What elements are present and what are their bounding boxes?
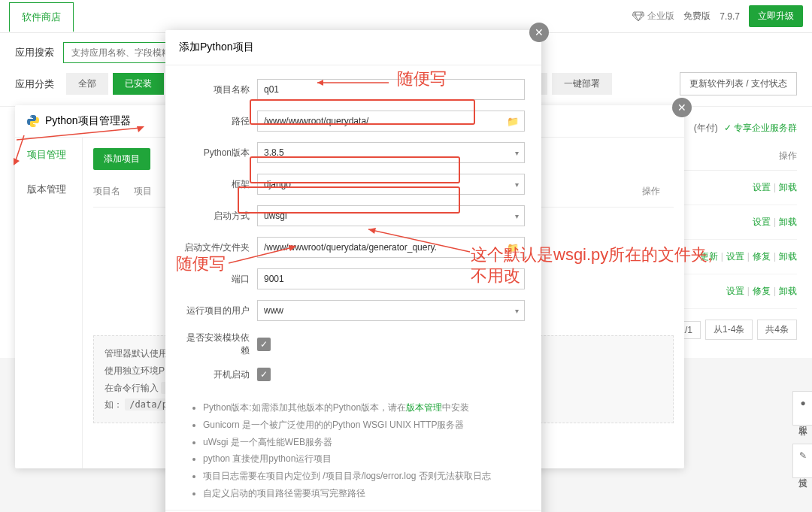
row-path: 路径 📁: [182, 111, 525, 132]
yearly-label: (年付): [694, 122, 718, 135]
label-port: 端口: [182, 273, 257, 286]
row-framework: 框架 django ▾: [182, 174, 525, 195]
label-path: 路径: [182, 115, 257, 128]
col-op: 操作: [677, 150, 797, 162]
update-list-button[interactable]: 更新软件列表 / 支付状态: [680, 72, 797, 95]
side-customer-tab[interactable]: ● 客服: [792, 391, 812, 426]
panel-sidebar: 项目管理 版本管理: [15, 138, 83, 468]
modal-notes: Python版本:如需添加其他版本的Python版本，请在版本管理中安装 Gun…: [165, 399, 541, 510]
add-project-button[interactable]: 添加项目: [93, 148, 150, 170]
add-python-project-modal: ✕ 添加Python项目 项目名称 路径 📁 Python版本 3.8.5 ▾ …: [165, 30, 541, 512]
row-actions[interactable]: 设置|卸载: [753, 216, 797, 229]
note-item: Gunicorn 是一个被广泛使用的的Python WSGI UNIX HTTP…: [203, 417, 525, 434]
run-user-select[interactable]: www: [257, 300, 525, 321]
enterprise-service-check[interactable]: ✓ 专享企业服务群: [724, 122, 797, 135]
category-all[interactable]: 全部: [66, 73, 108, 95]
page-total: 共4条: [757, 320, 797, 340]
modal-title: 添加Python项目: [165, 30, 541, 65]
note-item: 项目日志需要在项目内定位到 /项目目录/logs/error.log 否则无法获…: [203, 468, 525, 485]
category-oneclick[interactable]: 一键部署: [552, 73, 612, 95]
ph-op: 操作: [642, 185, 674, 198]
ph-name: 项目名: [93, 185, 134, 198]
framework-select[interactable]: django: [257, 174, 525, 195]
start-file-input[interactable]: [257, 237, 525, 258]
note-item: Python版本:如需添加其他版本的Python版本，请在版本管理中安装: [203, 399, 525, 417]
autostart-checkbox[interactable]: ✓: [257, 368, 271, 381]
side-feedback-tab[interactable]: ✎ 反馈: [792, 444, 812, 478]
store-tab[interactable]: 软件商店: [9, 2, 74, 32]
row-autostart: 开机启动 ✓: [182, 368, 525, 381]
python-icon: [27, 115, 39, 127]
enterprise-label: 企业版: [647, 10, 674, 23]
note-item: 自定义启动的项目路径需要填写完整路径: [203, 485, 525, 502]
modal-body: 项目名称 路径 📁 Python版本 3.8.5 ▾ 框架 django ▾: [165, 65, 541, 399]
path-input[interactable]: [257, 111, 525, 132]
row-actions[interactable]: 设置|修复|卸载: [726, 285, 797, 298]
py-version-select[interactable]: 3.8.5: [257, 142, 525, 163]
close-icon[interactable]: ✕: [529, 23, 549, 42]
row-start-file: 启动文件/文件夹 📁: [182, 237, 525, 258]
note-item: uWsgi 是一个高性能WEB服务器: [203, 434, 525, 451]
row-port: 端口: [182, 268, 525, 289]
row-install-deps: 是否安装模块依赖 ✓: [182, 332, 525, 357]
panel-title-text: Python项目管理器: [45, 114, 131, 128]
row-actions[interactable]: 更新|设置|修复|卸载: [700, 250, 797, 263]
start-mode-select[interactable]: uwsgi: [257, 205, 525, 226]
upgrade-button[interactable]: 立即升级: [749, 5, 803, 27]
label-autostart: 开机启动: [182, 368, 257, 381]
sidebar-item-project-mgmt[interactable]: 项目管理: [15, 138, 82, 172]
version-number: 7.9.7: [720, 11, 740, 22]
header-right: 企业版 免费版 7.9.7 立即升级: [632, 5, 803, 27]
close-icon[interactable]: ✕: [672, 98, 692, 117]
sidebar-item-version-mgmt[interactable]: 版本管理: [15, 172, 82, 207]
page-range: 从1-4条: [705, 320, 753, 340]
label-start-mode: 启动方式: [182, 210, 257, 223]
project-name-input[interactable]: [257, 79, 525, 100]
free-version-label: 免费版: [683, 10, 710, 23]
category-installed[interactable]: 已安装: [113, 73, 164, 95]
row-project-name: 项目名称: [182, 79, 525, 100]
enterprise-badge[interactable]: 企业版: [632, 10, 674, 23]
search-label: 应用搜索: [15, 46, 54, 59]
version-mgmt-link[interactable]: 版本管理: [406, 402, 442, 413]
label-run-user: 运行项目的用户: [182, 304, 257, 317]
label-start-file: 启动文件/文件夹: [182, 241, 257, 254]
port-input[interactable]: [257, 268, 525, 289]
category-label: 应用分类: [15, 77, 54, 91]
label-framework: 框架: [182, 178, 257, 191]
install-deps-checkbox[interactable]: ✓: [257, 338, 271, 351]
row-actions[interactable]: 设置|卸载: [753, 181, 797, 194]
row-start-mode: 启动方式 uwsgi ▾: [182, 205, 525, 226]
top-header: 软件商店 企业版 免费版 7.9.7 立即升级: [0, 0, 812, 33]
label-project-name: 项目名称: [182, 83, 257, 96]
row-py-version: Python版本 3.8.5 ▾: [182, 142, 525, 163]
diamond-icon: [632, 11, 644, 22]
note-item: python 直接使用python运行项目: [203, 450, 525, 468]
label-py-version: Python版本: [182, 147, 257, 159]
label-install-deps: 是否安装模块依赖: [182, 332, 257, 357]
row-run-user: 运行项目的用户 www ▾: [182, 300, 525, 321]
ph-type: 项目: [134, 185, 165, 198]
